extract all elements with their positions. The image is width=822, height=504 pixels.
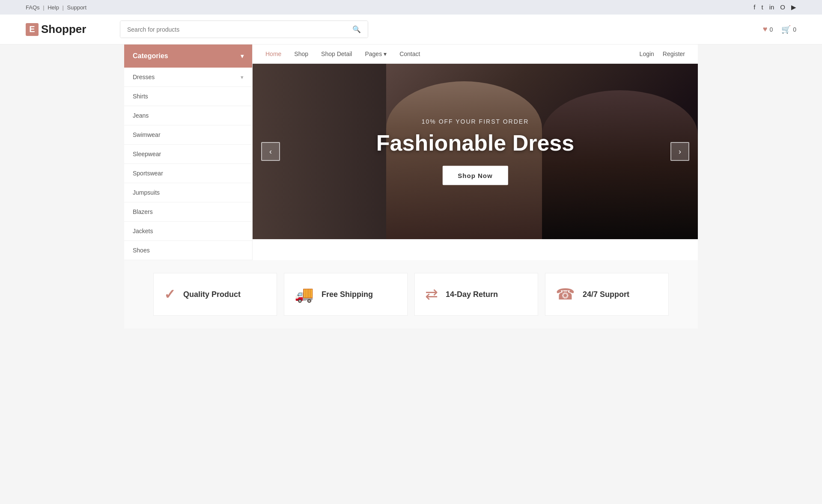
site-header: E Shopper 🔍 ♥ 0 🛒 0 bbox=[0, 15, 822, 44]
sidebar-item-label: Shoes bbox=[133, 247, 150, 254]
sidebar-item-jumpsuits[interactable]: Jumpsuits bbox=[124, 183, 252, 202]
sidebar-item-dresses[interactable]: Dresses ▾ bbox=[124, 68, 252, 87]
hero-title: Fashionable Dress bbox=[376, 130, 574, 156]
logo-letter: E bbox=[26, 23, 39, 36]
nav-pages[interactable]: Pages ▾ bbox=[365, 50, 387, 57]
help-link[interactable]: Help bbox=[48, 4, 59, 11]
sidebar-item-shoes[interactable]: Shoes bbox=[124, 241, 252, 260]
login-link[interactable]: Login bbox=[640, 50, 654, 57]
sidebar-item-label: Blazers bbox=[133, 208, 153, 215]
wishlist-count: 0 bbox=[769, 26, 773, 33]
sidebar-item-swimwear[interactable]: Swimwear bbox=[124, 125, 252, 145]
nav-auth: Login Register bbox=[640, 50, 685, 57]
sidebar-item-label: Shirts bbox=[133, 93, 148, 100]
facebook-icon[interactable]: f bbox=[754, 3, 755, 11]
logo-text: Shopper bbox=[41, 23, 86, 36]
cart-icon: 🛒 bbox=[781, 25, 791, 34]
categories-label: Categories bbox=[133, 52, 168, 60]
nav-shop[interactable]: Shop bbox=[294, 50, 308, 57]
top-bar: FAQs | Help | Support f t in O ▶ bbox=[0, 0, 822, 15]
nav-bar: Home Shop Shop Detail Pages ▾ Contact Lo… bbox=[253, 44, 698, 64]
linkedin-icon[interactable]: in bbox=[769, 3, 774, 11]
faq-link[interactable]: FAQs bbox=[26, 4, 40, 11]
feature-quality-label: Quality Product bbox=[183, 290, 241, 299]
sidebar-item-label: Jumpsuits bbox=[133, 189, 160, 196]
logo[interactable]: E Shopper bbox=[26, 23, 111, 36]
sidebar: Categories ▾ Dresses ▾ Shirts Jeans Swim… bbox=[124, 44, 253, 260]
categories-chevron-icon: ▾ bbox=[241, 53, 244, 59]
shop-now-button[interactable]: Shop Now bbox=[442, 166, 508, 185]
sidebar-item-label: Sleepwear bbox=[133, 151, 161, 157]
wishlist-action[interactable]: ♥ 0 bbox=[763, 25, 773, 34]
youtube-icon[interactable]: ▶ bbox=[791, 3, 796, 11]
hero-subtitle: 10% OFF YOUR FIRST ORDER bbox=[376, 118, 574, 125]
feature-shipping: 🚚 Free Shipping bbox=[284, 273, 408, 316]
features-section: ✓ Quality Product 🚚 Free Shipping ⇄ 14-D… bbox=[124, 260, 698, 329]
sidebar-item-label: Jackets bbox=[133, 228, 153, 234]
truck-icon: 🚚 bbox=[295, 285, 314, 303]
sidebar-item-jeans[interactable]: Jeans bbox=[124, 106, 252, 125]
register-link[interactable]: Register bbox=[663, 50, 685, 57]
top-bar-links: FAQs | Help | Support bbox=[26, 4, 86, 11]
header-actions: ♥ 0 🛒 0 bbox=[763, 25, 796, 34]
feature-return-label: 14-Day Return bbox=[446, 290, 498, 299]
phone-icon: ☎ bbox=[556, 285, 575, 303]
hero-slider: 10% OFF YOUR FIRST ORDER Fashionable Dre… bbox=[253, 64, 698, 239]
feature-shipping-label: Free Shipping bbox=[322, 290, 373, 299]
slider-next-button[interactable]: › bbox=[670, 142, 689, 161]
twitter-icon[interactable]: t bbox=[761, 3, 763, 11]
content-area: Home Shop Shop Detail Pages ▾ Contact Lo… bbox=[253, 44, 698, 260]
nav-home[interactable]: Home bbox=[265, 50, 281, 57]
search-button[interactable]: 🔍 bbox=[345, 21, 368, 38]
instagram-icon[interactable]: O bbox=[780, 3, 785, 11]
feature-return: ⇄ 14-Day Return bbox=[414, 273, 538, 316]
feature-support-label: 24/7 Support bbox=[583, 290, 629, 299]
main-layout: Categories ▾ Dresses ▾ Shirts Jeans Swim… bbox=[124, 44, 698, 260]
sidebar-item-label: Dresses bbox=[133, 74, 155, 80]
sidebar-item-label: Jeans bbox=[133, 112, 149, 119]
heart-icon: ♥ bbox=[763, 25, 768, 34]
feature-support: ☎ 24/7 Support bbox=[545, 273, 669, 316]
nav-shop-detail[interactable]: Shop Detail bbox=[321, 50, 352, 57]
hero-content: 10% OFF YOUR FIRST ORDER Fashionable Dre… bbox=[376, 118, 574, 185]
sidebar-item-sleepwear[interactable]: Sleepwear bbox=[124, 145, 252, 164]
cart-action[interactable]: 🛒 0 bbox=[781, 25, 796, 34]
categories-header[interactable]: Categories ▾ bbox=[124, 44, 252, 68]
return-icon: ⇄ bbox=[425, 285, 438, 303]
nav-links: Home Shop Shop Detail Pages ▾ Contact bbox=[265, 50, 420, 57]
support-link[interactable]: Support bbox=[67, 4, 87, 11]
content-wrapper: Categories ▾ Dresses ▾ Shirts Jeans Swim… bbox=[124, 44, 698, 329]
search-input[interactable] bbox=[120, 21, 345, 38]
sidebar-item-label: Swimwear bbox=[133, 131, 161, 138]
search-bar: 🔍 bbox=[120, 21, 368, 38]
sidebar-item-sportswear[interactable]: Sportswear bbox=[124, 164, 252, 183]
cart-count: 0 bbox=[793, 26, 796, 33]
slider-prev-button[interactable]: ‹ bbox=[261, 142, 280, 161]
sidebar-item-blazers[interactable]: Blazers bbox=[124, 202, 252, 222]
pages-chevron-icon: ▾ bbox=[384, 50, 387, 57]
nav-contact[interactable]: Contact bbox=[399, 50, 420, 57]
chevron-down-icon: ▾ bbox=[241, 74, 244, 80]
top-bar-social: f t in O ▶ bbox=[754, 3, 796, 11]
sidebar-item-label: Sportswear bbox=[133, 170, 163, 177]
checkmark-icon: ✓ bbox=[164, 286, 176, 302]
sidebar-item-shirts[interactable]: Shirts bbox=[124, 87, 252, 106]
sidebar-item-jackets[interactable]: Jackets bbox=[124, 222, 252, 241]
feature-quality: ✓ Quality Product bbox=[153, 273, 277, 316]
